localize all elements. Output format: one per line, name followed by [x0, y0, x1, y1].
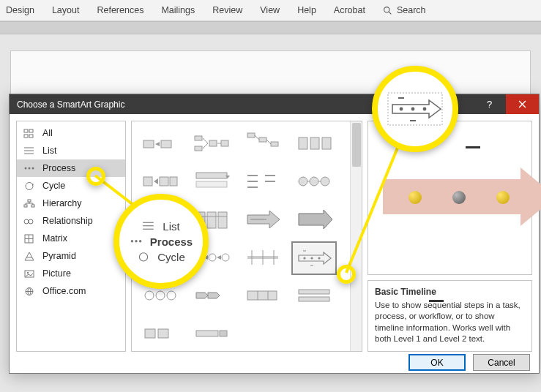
category-label: Relationship: [42, 216, 93, 226]
svg-point-61: [310, 177, 318, 186]
svg-rect-43: [259, 137, 266, 142]
layout-thumb[interactable]: [189, 241, 234, 275]
category-relationship[interactable]: Relationship: [17, 212, 125, 230]
svg-point-12: [29, 167, 31, 169]
svg-rect-67: [196, 212, 205, 228]
svg-rect-4: [24, 129, 28, 132]
svg-point-29: [27, 271, 29, 273]
layout-thumb[interactable]: [138, 241, 183, 275]
ribbon-tab-design[interactable]: Design: [6, 5, 34, 15]
svg-rect-54: [196, 181, 227, 187]
layout-thumb[interactable]: [291, 317, 337, 351]
ribbon-tab-mailings[interactable]: Mailings: [161, 5, 195, 15]
svg-rect-50: [143, 177, 152, 186]
annotation-marker: [337, 265, 356, 284]
ribbon-tab-acrobat[interactable]: Acrobat: [334, 5, 365, 15]
gallery-scrollbar[interactable]: [350, 121, 362, 351]
svg-rect-15: [28, 200, 31, 202]
ok-button[interactable]: OK: [408, 354, 466, 371]
layout-thumb[interactable]: [291, 279, 337, 313]
layout-thumb[interactable]: [240, 203, 286, 237]
svg-point-80: [310, 257, 313, 259]
preview-graphic: [383, 172, 531, 223]
layout-thumb[interactable]: [189, 203, 234, 237]
svg-rect-7: [29, 135, 33, 137]
help-button[interactable]: ?: [473, 94, 506, 114]
svg-rect-95: [220, 331, 227, 336]
scrollbar-thumb[interactable]: [352, 123, 361, 167]
close-button[interactable]: [506, 94, 539, 114]
category-label: Matrix: [42, 233, 67, 244]
pyramid-icon: [23, 252, 35, 261]
svg-rect-42: [247, 133, 255, 137]
category-process[interactable]: Process: [17, 159, 125, 177]
dialog-titlebar: Choose a SmartArt Graphic ?: [10, 94, 539, 114]
layout-thumb[interactable]: [138, 165, 183, 199]
layout-thumb[interactable]: [291, 203, 337, 237]
picture-icon: [23, 269, 35, 279]
hierarchy-icon: [23, 199, 35, 208]
ribbon-tab-references[interactable]: References: [97, 5, 143, 15]
preview-text-placeholder: [429, 300, 444, 302]
ribbon-search[interactable]: Search: [383, 5, 426, 15]
category-hierarchy[interactable]: Hierarchy: [17, 195, 125, 212]
layout-thumb[interactable]: [138, 203, 183, 237]
svg-rect-44: [271, 142, 278, 146]
layout-thumb[interactable]: [240, 165, 286, 199]
layout-thumb[interactable]: [138, 127, 183, 161]
matrix-icon: [23, 234, 35, 244]
svg-rect-93: [158, 329, 168, 338]
category-label: Picture: [42, 268, 71, 279]
layout-thumb[interactable]: [189, 279, 234, 313]
ribbon-tab-view[interactable]: View: [260, 5, 280, 15]
layout-thumb[interactable]: [189, 127, 234, 161]
layout-thumb[interactable]: [240, 241, 286, 275]
layout-thumb[interactable]: [240, 317, 286, 351]
svg-rect-51: [160, 177, 168, 186]
list-icon: [23, 146, 35, 156]
svg-rect-87: [247, 291, 277, 300]
all-icon: [23, 129, 35, 138]
layout-preview: [367, 121, 532, 275]
category-pyramid[interactable]: Pyramid: [17, 247, 125, 265]
category-cycle[interactable]: Cycle: [17, 177, 125, 195]
category-label: Process: [42, 163, 75, 173]
svg-point-60: [299, 177, 307, 186]
ribbon-tab-help[interactable]: Help: [297, 5, 316, 15]
category-all[interactable]: All: [17, 124, 125, 142]
search-icon: [383, 6, 392, 15]
process-icon: [23, 164, 35, 173]
ribbon-tab-layout[interactable]: Layout: [52, 5, 80, 15]
layout-thumb[interactable]: [189, 165, 234, 199]
category-label: Hierarchy: [42, 198, 82, 208]
layout-thumb[interactable]: [240, 127, 286, 161]
layout-thumb[interactable]: [138, 279, 183, 313]
globe-icon: [23, 287, 35, 296]
layout-thumb-basic-timeline[interactable]: [291, 241, 337, 275]
svg-rect-34: [161, 140, 171, 148]
category-matrix[interactable]: Matrix: [17, 230, 125, 247]
svg-rect-49: [322, 137, 331, 149]
svg-rect-90: [299, 290, 329, 294]
category-list-item[interactable]: List: [17, 142, 125, 159]
svg-rect-94: [196, 331, 218, 336]
layout-thumb[interactable]: [138, 317, 183, 351]
svg-point-22: [24, 219, 29, 224]
layout-thumb[interactable]: [189, 317, 234, 351]
gallery-grid: [132, 121, 350, 351]
layout-thumb[interactable]: [240, 279, 286, 313]
svg-rect-16: [24, 205, 27, 207]
svg-rect-65: [145, 211, 155, 218]
layout-thumb[interactable]: [291, 127, 337, 161]
svg-rect-6: [24, 135, 28, 137]
cancel-button[interactable]: Cancel: [473, 354, 530, 371]
svg-rect-66: [145, 221, 155, 228]
ribbon: Design Layout References Mailings Review…: [0, 0, 541, 21]
ribbon-tab-review[interactable]: Review: [212, 5, 242, 15]
cycle-icon: [23, 181, 35, 191]
svg-point-74: [222, 254, 229, 261]
layout-thumb[interactable]: [291, 165, 337, 199]
layout-description: Basic Timeline Use to show sequential st…: [367, 280, 532, 352]
category-picture[interactable]: Picture: [17, 265, 125, 282]
category-office[interactable]: Office.com: [17, 282, 125, 300]
